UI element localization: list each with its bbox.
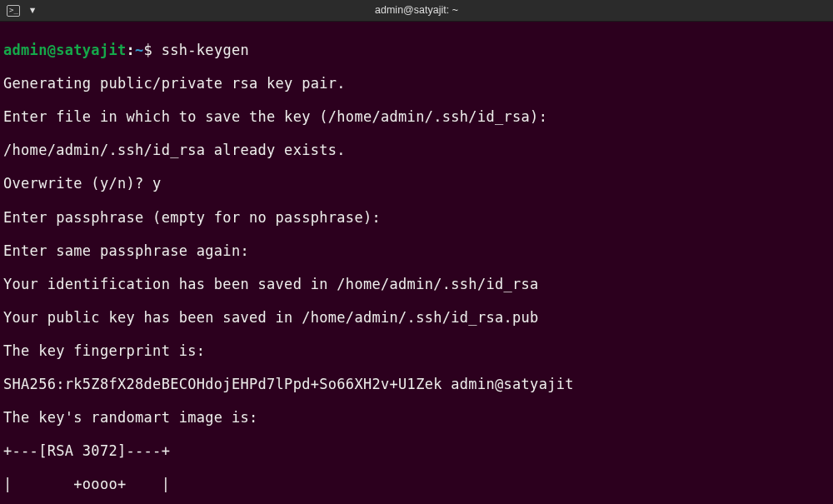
randomart-line: | +oooo+ | (3, 476, 830, 492)
prompt-line: admin@satyajit:~$ ssh-keygen (3, 42, 830, 58)
prompt-user-host: admin@satyajit (3, 42, 127, 58)
output-line: The key's randomart image is: (3, 409, 830, 426)
output-line: /home/admin/.ssh/id_rsa already exists. (3, 142, 830, 158)
new-tab-button[interactable]: ▾ (25, 3, 40, 18)
output-line: Generating public/private rsa key pair. (3, 75, 830, 92)
output-line: Your public key has been saved in /home/… (3, 309, 830, 326)
output-line: Overwrite (y/n)? y (3, 175, 830, 192)
window-titlebar: >_ ▾ admin@satyajit: ~ (0, 0, 833, 22)
randomart-line: +---[RSA 3072]----+ (3, 442, 830, 459)
window-title: admin@satyajit: ~ (375, 4, 458, 17)
output-line: Enter passphrase (empty for no passphras… (3, 209, 830, 226)
output-line: Your identification has been saved in /h… (3, 276, 830, 292)
prompt-colon: : (127, 42, 136, 58)
output-line: Enter file in which to save the key (/ho… (3, 108, 830, 125)
terminal-viewport[interactable]: admin@satyajit:~$ ssh-keygen Generating … (0, 22, 833, 504)
terminal-icon[interactable]: >_ (7, 5, 20, 17)
terminal-icon-glyph: >_ (9, 7, 18, 14)
output-line: SHA256:rk5Z8fX28deBECOHdojEHPd7lPpd+So66… (3, 376, 830, 392)
output-line: Enter same passphrase again: (3, 242, 830, 259)
output-line: The key fingerprint is: (3, 342, 830, 359)
titlebar-left-controls: >_ ▾ (0, 3, 40, 18)
prompt-symbol: $ (144, 42, 153, 58)
entered-command: ssh-keygen (162, 42, 249, 58)
prompt-path: ~ (135, 42, 144, 58)
